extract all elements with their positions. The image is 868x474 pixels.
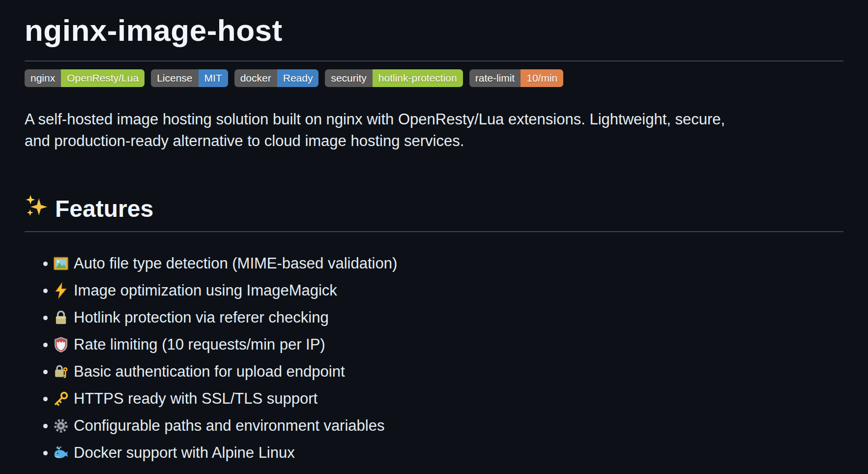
- feature-text: HTTPS ready with SSL/TLS support: [74, 387, 318, 410]
- feature-item: Auto file type detection (MIME-based val…: [53, 252, 843, 275]
- feature-text: Basic authentication for upload endpoint: [74, 360, 345, 383]
- badge[interactable]: rate-limit10/min: [469, 69, 564, 87]
- feature-text: Image optimization using ImageMagick: [74, 279, 337, 302]
- project-description: A self-hosted image hosting solution bui…: [25, 109, 752, 152]
- feature-item: Basic authentication for upload endpoint: [53, 360, 843, 383]
- badge-label: nginx: [25, 69, 61, 87]
- feature-text: Configurable paths and environment varia…: [74, 415, 384, 437]
- badge-label: docker: [234, 69, 277, 87]
- key-icon: [53, 390, 69, 407]
- features-heading: Features: [25, 194, 843, 232]
- feature-text: Docker support with Alpine Linux: [74, 442, 295, 464]
- badge-value: MIT: [199, 69, 228, 87]
- badge-value: 10/min: [521, 69, 563, 87]
- page-title: nginx-image-host: [25, 13, 843, 61]
- lock-icon: [53, 309, 69, 326]
- feature-text: Hotlink protection via referer checking: [74, 306, 329, 329]
- feature-text: Auto file type detection (MIME-based val…: [74, 252, 397, 275]
- feature-item: Configurable paths and environment varia…: [53, 415, 843, 437]
- badge[interactable]: nginxOpenResty/Lua: [25, 69, 145, 87]
- shield-icon: [53, 336, 69, 353]
- lock-with-key-icon: [53, 363, 69, 380]
- feature-text: Rate limiting (10 requests/min per IP): [74, 333, 325, 356]
- feature-item: HTTPS ready with SSL/TLS support: [53, 387, 843, 410]
- feature-item: Image optimization using ImageMagick: [53, 279, 843, 302]
- whale-icon: [53, 444, 69, 461]
- badge[interactable]: dockerReady: [234, 69, 319, 87]
- high-voltage-icon: [53, 282, 69, 299]
- sparkles-icon: [25, 194, 48, 223]
- badge-value: Ready: [277, 69, 319, 87]
- gear-icon: [53, 417, 69, 434]
- badge-label: security: [325, 69, 372, 87]
- features-list: Auto file type detection (MIME-based val…: [25, 252, 843, 464]
- badge-value: hotlink-protection: [373, 69, 463, 87]
- feature-item: Hotlink protection via referer checking: [53, 306, 843, 329]
- badge[interactable]: securityhotlink-protection: [325, 69, 463, 87]
- feature-item: Docker support with Alpine Linux: [53, 442, 843, 464]
- badge-label: rate-limit: [469, 69, 521, 87]
- badge-value: OpenResty/Lua: [61, 69, 145, 87]
- badge[interactable]: LicenseMIT: [151, 69, 228, 87]
- feature-item: Rate limiting (10 requests/min per IP): [53, 333, 843, 356]
- badge-group: nginxOpenResty/LuaLicenseMITdockerReadys…: [25, 69, 843, 87]
- framed-picture-icon: [53, 255, 69, 272]
- features-heading-label: Features: [55, 195, 153, 222]
- badge-label: License: [151, 69, 198, 87]
